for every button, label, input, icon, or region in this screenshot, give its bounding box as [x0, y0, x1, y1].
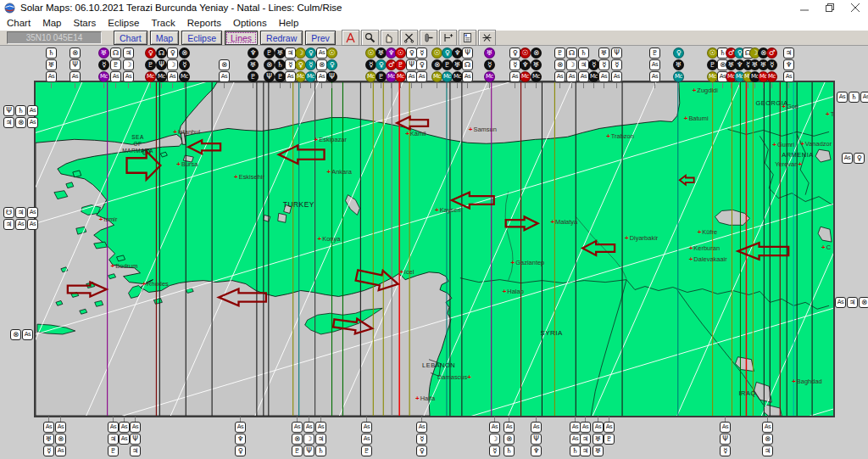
- planet-glyph-badge: ⊗: [859, 297, 868, 308]
- line-marker-row: As♃⊗: [835, 297, 868, 308]
- planet-glyph-badge: ♄: [849, 92, 860, 103]
- planet-glyph-badge: As: [835, 297, 846, 308]
- right-line-markers: As♄AsAs♀As♃⊗: [0, 0, 868, 459]
- planet-glyph-badge: As: [860, 92, 868, 103]
- line-marker-row: As♀: [842, 153, 865, 164]
- planet-glyph-badge: ♀: [854, 153, 865, 164]
- planet-glyph-badge: As: [842, 153, 853, 164]
- solar-maps-window: { "window": { "title": "Solar Maps: 06.1…: [0, 0, 868, 459]
- planet-glyph-badge: ♃: [847, 297, 858, 308]
- line-marker-row: As♄As: [837, 92, 868, 103]
- planet-glyph-badge: As: [837, 92, 848, 103]
